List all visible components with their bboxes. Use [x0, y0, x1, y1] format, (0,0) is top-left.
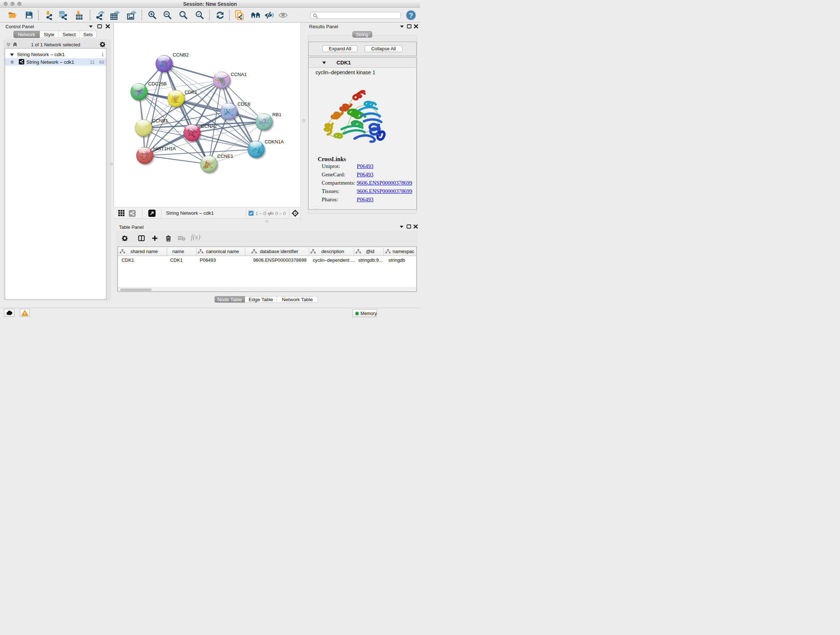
svg-text:HIST1H1A: HIST1H1A	[153, 146, 176, 151]
svg-text:CCNA2: CCNA2	[201, 124, 217, 129]
svg-text:CDC6: CDC6	[238, 101, 250, 107]
svg-text:CDKN1A: CDKN1A	[265, 139, 284, 144]
svg-text:CDK1: CDK1	[185, 89, 197, 95]
svg-text:CCNB2: CCNB2	[173, 52, 189, 57]
svg-text:RB1: RB1	[272, 112, 281, 117]
svg-text:CDC25B: CDC25B	[148, 81, 167, 87]
svg-text:?: ?	[409, 11, 413, 19]
svg-text:CCNE1: CCNE1	[218, 154, 233, 159]
svg-text:CCNA1: CCNA1	[231, 72, 247, 77]
svg-text:CCNB1: CCNB1	[152, 118, 168, 124]
